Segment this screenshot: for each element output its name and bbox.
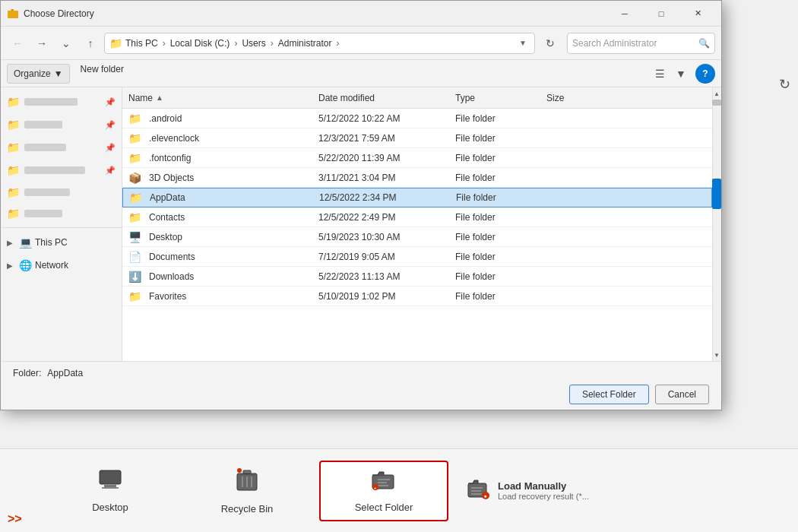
select-folder-icon: + (372, 469, 396, 496)
select-folder-button[interactable]: Select Folder (569, 385, 649, 404)
col-header-size[interactable]: Size (546, 93, 607, 103)
sidebar-item-4[interactable]: 📁 📌 (1, 159, 122, 182)
address-part-2: Local Disk (C:) (170, 38, 230, 49)
network-icon: 🌐 (19, 259, 32, 271)
table-row[interactable]: 📁 Contacts 12/5/2022 2:49 PM File folder (122, 207, 712, 227)
scrollbar[interactable]: ▲ ▼ (712, 87, 721, 361)
toolbar-desktop[interactable]: Desktop (46, 461, 175, 521)
sidebar-item-1[interactable]: 📁 📌 (1, 90, 122, 113)
file-icon-7: 📄 (128, 251, 141, 263)
svg-rect-2 (102, 487, 119, 489)
svg-rect-5 (243, 470, 251, 473)
title-bar-controls: ─ □ ✕ (607, 1, 715, 27)
title-bar: Choose Directory ─ □ ✕ (1, 1, 721, 27)
svg-rect-1 (104, 485, 116, 487)
svg-rect-0 (100, 470, 121, 484)
recycle-bin-label: Recycle Bin (221, 503, 274, 515)
organize-button[interactable]: Organize ▼ (7, 64, 70, 84)
view-options-button[interactable]: ▼ (671, 64, 691, 84)
col-header-date[interactable]: Date modified (318, 93, 455, 103)
this-pc-label: This PC (35, 237, 68, 248)
sidebar-item-2[interactable]: 📁 📌 (1, 113, 122, 136)
sidebar-item-3[interactable]: 📁 📌 (1, 136, 122, 159)
file-type-1: File folder (455, 133, 546, 144)
col-header-type[interactable]: Type (455, 93, 546, 103)
close-button[interactable]: ✕ (680, 1, 715, 27)
sidebar-item-6[interactable]: 📁 (1, 203, 122, 224)
file-list: 📁 .android 5/12/2022 10:22 AM File folde… (122, 109, 712, 306)
search-bar[interactable]: Search Administrator 🔍 (567, 33, 715, 54)
file-date-0: 5/12/2022 10:22 AM (318, 113, 455, 124)
sidebar-item-this-pc[interactable]: ▶ 💻 This PC (1, 231, 122, 254)
search-placeholder: Search Administrator (572, 38, 695, 49)
organize-label: Organize (14, 68, 51, 79)
file-name-7: 📄 Documents (128, 251, 318, 263)
sidebar-item-5[interactable]: 📁 (1, 182, 122, 203)
file-name-0: 📁 .android (128, 112, 318, 125)
dialog-icon (7, 8, 19, 20)
file-name-8: ⬇️ Downloads (128, 271, 318, 283)
scroll-thumb-blue[interactable] (712, 179, 721, 209)
file-icon-5: 📁 (128, 211, 141, 223)
toolbar-select-folder[interactable]: + Select Folder (319, 461, 448, 521)
address-bar[interactable]: 📁 This PC › Local Disk (C:) › Users › Ad… (104, 33, 535, 54)
file-name-9: 📁 Favorites (128, 290, 318, 302)
file-type-7: File folder (455, 252, 546, 262)
file-type-5: File folder (455, 212, 546, 223)
file-date-7: 7/12/2019 9:05 AM (318, 252, 455, 262)
table-row[interactable]: 📄 Documents 7/12/2019 9:05 AM File folde… (122, 247, 712, 267)
table-row[interactable]: 📁 .elevenclock 12/3/2021 7:59 AM File fo… (122, 128, 712, 148)
file-type-2: File folder (455, 153, 546, 163)
list-view-button[interactable]: ☰ (650, 64, 670, 84)
scroll-thumb[interactable] (712, 100, 721, 106)
address-part-3: Users (242, 38, 265, 49)
sidebar-item-network[interactable]: ▶ 🌐 Network (1, 254, 122, 277)
sidebar-folder-icon-5: 📁 (7, 186, 20, 198)
address-dropdown-btn[interactable]: ▼ (516, 37, 530, 49)
file-icon-9: 📁 (128, 290, 141, 302)
pin-icon-4: 📌 (105, 166, 116, 176)
toolbar-recycle-bin[interactable]: Recycle Bin (182, 461, 312, 521)
desktop-icon (98, 469, 122, 496)
table-row[interactable]: 📁 .android 5/12/2022 10:22 AM File folde… (122, 109, 712, 128)
forward-button[interactable]: → (31, 33, 52, 54)
minimize-button[interactable]: ─ (607, 1, 642, 27)
table-row[interactable]: 🖥️ Desktop 5/19/2023 10:30 AM File folde… (122, 227, 712, 247)
file-type-8: File folder (455, 271, 546, 282)
pin-icon-2: 📌 (105, 120, 116, 130)
sidebar: 📁 📌 📁 📌 📁 📌 📁 📌 📁 (1, 87, 122, 361)
dialog-content: 📁 📌 📁 📌 📁 📌 📁 📌 📁 (1, 87, 721, 361)
new-folder-button[interactable]: New folder (73, 64, 131, 84)
cancel-button[interactable]: Cancel (655, 385, 709, 404)
file-date-6: 5/19/2023 10:30 AM (318, 232, 455, 242)
sidebar-folder-icon-4: 📁 (7, 164, 20, 176)
refresh-button[interactable]: ↻ (540, 33, 561, 54)
svg-point-9 (237, 468, 242, 473)
back-button[interactable]: ← (7, 33, 28, 54)
network-label: Network (35, 260, 68, 271)
dropdown-button[interactable]: ⌄ (55, 33, 77, 54)
maximize-button[interactable]: □ (644, 1, 679, 27)
file-dialog: Choose Directory ─ □ ✕ ← → ⌄ ↑ 📁 This PC… (0, 0, 722, 410)
scroll-up[interactable]: ▲ (712, 87, 721, 100)
table-row[interactable]: ⬇️ Downloads 5/22/2023 11:13 AM File fol… (122, 267, 712, 287)
svg-text:+: + (374, 486, 377, 490)
file-name-3: 📦 3D Objects (128, 172, 318, 184)
toolbar-load-manually[interactable]: ● Load Manually Load recovery result (*.… (456, 461, 608, 521)
table-row[interactable]: 📁 .fontconfig 5/22/2020 11:39 AM File fo… (122, 148, 712, 168)
refresh-icon[interactable]: ↻ (779, 76, 790, 93)
help-button[interactable]: ? (695, 64, 715, 84)
pc-icon: 💻 (19, 236, 32, 249)
table-row[interactable]: 📁 Favorites 5/10/2019 1:02 PM File folde… (122, 287, 712, 306)
file-icon-6: 🖥️ (128, 231, 141, 243)
load-manually-icon: ● (467, 479, 490, 502)
sidebar-section-pc: ▶ 💻 This PC ▶ 🌐 Network (1, 227, 122, 277)
scroll-down[interactable]: ▼ (712, 349, 721, 361)
address-part-1: This PC (125, 38, 158, 49)
bottom-arrows[interactable]: >> (8, 512, 22, 526)
table-row[interactable]: 📦 3D Objects 3/11/2021 3:04 PM File fold… (122, 168, 712, 188)
up-button[interactable]: ↑ (80, 33, 101, 54)
file-name-6: 🖥️ Desktop (128, 231, 318, 243)
table-row[interactable]: 📁 AppData 12/5/2022 2:34 PM File folder (122, 188, 712, 207)
col-header-name[interactable]: Name ▲ (128, 93, 318, 103)
